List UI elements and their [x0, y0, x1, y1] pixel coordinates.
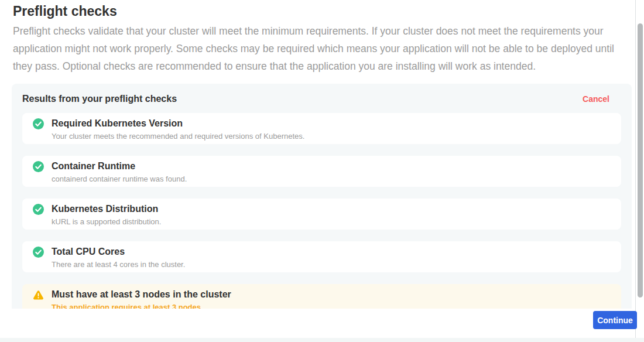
check-message: containerd container runtime was found.: [52, 175, 615, 183]
warning-icon: [33, 289, 44, 300]
check-circle-icon: [33, 118, 44, 129]
check-message: This application requires at least 3 nod…: [52, 303, 615, 309]
preflight-check-card: Kubernetes Distribution kURL is a suppor…: [22, 199, 621, 230]
check-text: Required Kubernetes Version Your cluster…: [52, 118, 615, 141]
check-title: Container Runtime: [52, 160, 615, 172]
cancel-link[interactable]: Cancel: [583, 94, 609, 104]
preflight-check-card: Must have at least 3 nodes in the cluste…: [22, 284, 621, 309]
scrollbar-track[interactable]: [636, 0, 644, 342]
bottom-strip: [0, 338, 644, 342]
preflight-check-card: Container Runtime containerd container r…: [22, 156, 621, 187]
preflight-results-panel: Results from your preflight checks Cance…: [12, 84, 632, 309]
check-text: Container Runtime containerd container r…: [52, 160, 615, 183]
panel-title: Results from your preflight checks: [22, 94, 177, 104]
preflight-check-card: Required Kubernetes Version Your cluster…: [22, 113, 621, 144]
check-circle-icon: [33, 204, 44, 215]
continue-button[interactable]: Continue: [593, 311, 637, 329]
checks-list: Required Kubernetes Version Your cluster…: [22, 113, 621, 309]
check-title: Kubernetes Distribution: [52, 203, 615, 214]
check-title: Must have at least 3 nodes in the cluste…: [52, 289, 615, 300]
page-description: Preflight checks validate that your clus…: [13, 22, 623, 75]
scrollbar-thumb[interactable]: [638, 23, 643, 297]
main-content: Preflight checks Preflight checks valida…: [0, 0, 636, 342]
check-circle-icon: [33, 161, 44, 172]
check-title: Required Kubernetes Version: [52, 118, 615, 129]
check-message: kURL is a supported distribution.: [52, 217, 615, 226]
preflight-check-card: Total CPU Cores There are at least 4 cor…: [22, 241, 621, 272]
check-circle-icon: [33, 247, 44, 258]
check-message: There are at least 4 cores in the cluste…: [52, 260, 615, 269]
check-text: Total CPU Cores There are at least 4 cor…: [52, 246, 615, 269]
check-title: Total CPU Cores: [52, 246, 615, 257]
check-message: Your cluster meets the recommended and r…: [52, 132, 615, 141]
check-text: Must have at least 3 nodes in the cluste…: [52, 289, 615, 309]
panel-header: Results from your preflight checks Cance…: [22, 94, 621, 104]
page-title: Preflight checks: [13, 4, 117, 19]
check-text: Kubernetes Distribution kURL is a suppor…: [52, 203, 615, 226]
